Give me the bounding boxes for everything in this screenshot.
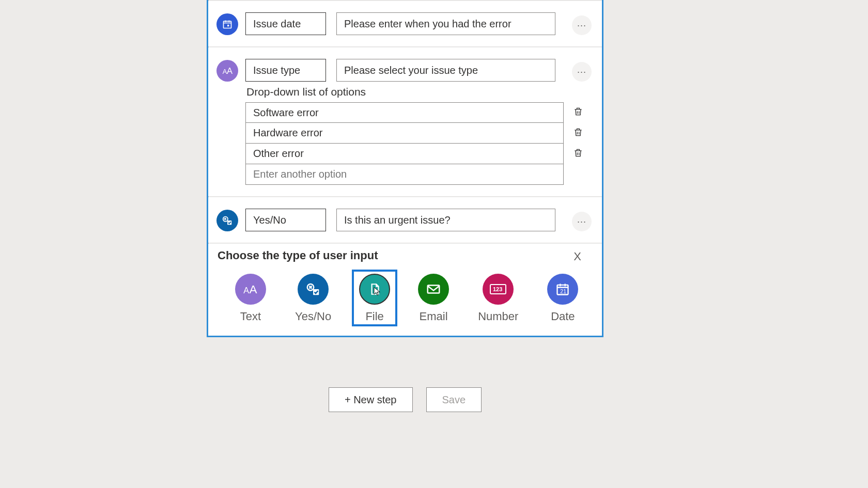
delete-option-button[interactable] [573,126,583,140]
input-row-date: ··· [208,1,602,46]
trash-icon [573,147,583,159]
dropdown-label: Drop-down list of options [245,86,592,98]
number-type-icon: 123 [483,274,514,305]
input-row-type: AA ··· [208,48,602,86]
email-type-icon [418,274,449,305]
dropdown-new-option-row [245,164,592,185]
new-step-button[interactable]: + New step [329,387,413,412]
more-options-button[interactable]: ··· [572,15,592,35]
type-list: AA Text Yes/No [218,272,592,325]
svg-text:21: 21 [561,288,567,294]
text-icon: AA [216,60,238,82]
more-options-button[interactable]: ··· [572,212,592,231]
file-type-icon [359,274,390,305]
type-label: Number [478,310,518,323]
ellipsis-icon: ··· [577,20,586,31]
dropdown-new-option-input[interactable] [245,164,564,185]
calendar-icon [216,13,238,35]
input-desc-field[interactable] [336,12,555,35]
delete-option-button[interactable] [573,105,583,120]
type-label: Date [551,310,575,323]
type-option-date[interactable]: 21 Date [544,272,581,325]
type-label: Text [240,310,261,323]
flow-actions: + New step Save [207,387,603,412]
type-option-file[interactable]: File [352,270,397,326]
type-label: Yes/No [295,310,331,323]
dropdown-option-input[interactable] [245,144,564,164]
dropdown-option-input[interactable] [245,102,564,123]
type-label: Email [420,310,448,323]
svg-text:A: A [250,283,257,296]
save-button[interactable]: Save [426,387,482,412]
svg-text:123: 123 [493,286,502,292]
delete-option-button[interactable] [573,147,583,161]
yesno-type-icon [298,274,329,305]
chooser-close-button[interactable]: X [574,250,581,263]
svg-text:A: A [243,286,249,295]
type-option-email[interactable]: Email [415,272,452,325]
dropdown-option-row [245,102,592,123]
dropdown-options-block: Drop-down list of options [208,86,602,196]
type-option-yesno[interactable]: Yes/No [292,272,334,325]
ellipsis-icon: ··· [577,67,586,77]
input-type-chooser: Choose the type of user input X AA Text [208,244,602,336]
ellipsis-icon: ··· [577,216,586,227]
input-name-field[interactable] [245,59,326,82]
svg-rect-1 [227,25,229,26]
type-option-number[interactable]: 123 Number [475,272,521,325]
text-type-icon: AA [235,274,266,305]
type-option-text[interactable]: AA Text [232,272,269,325]
svg-rect-10 [428,286,440,293]
input-name-field[interactable] [245,12,326,35]
more-options-button[interactable]: ··· [572,62,592,82]
dropdown-option-row [245,123,592,144]
chooser-title: Choose the type of user input [218,249,378,262]
svg-text:A: A [227,66,233,75]
type-label: File [365,310,383,323]
trash-icon [573,105,583,118]
dropdown-option-input[interactable] [245,123,564,144]
input-desc-field[interactable] [336,209,555,231]
input-row-yesno: ··· [208,197,602,243]
svg-point-4 [223,217,228,222]
yesno-icon [216,210,238,231]
input-name-field[interactable] [245,209,326,231]
date-type-icon: 21 [547,274,578,305]
trash-icon [573,126,583,138]
dropdown-option-row [245,144,592,164]
input-desc-field[interactable] [336,59,555,82]
flow-trigger-card: ··· AA ··· Drop-down list of options [207,0,603,337]
